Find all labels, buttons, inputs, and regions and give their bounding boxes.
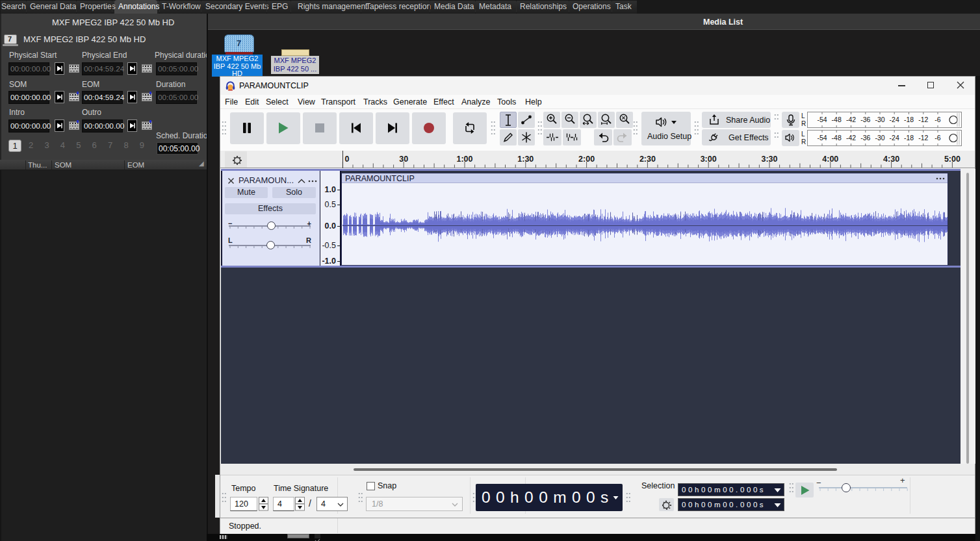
svg-text:3:00: 3:00 xyxy=(701,155,717,164)
svg-text:4:30: 4:30 xyxy=(883,155,899,164)
svg-text:5:00: 5:00 xyxy=(944,155,961,164)
svg-text:-6: -6 xyxy=(935,134,940,142)
svg-text:-54: -54 xyxy=(817,134,827,142)
svg-text:-12: -12 xyxy=(918,134,928,142)
svg-text:-12: -12 xyxy=(918,116,928,123)
svg-text:3:30: 3:30 xyxy=(761,155,777,164)
svg-text:-24: -24 xyxy=(890,134,899,142)
svg-text:30: 30 xyxy=(399,155,408,164)
svg-text:-6: -6 xyxy=(935,116,940,123)
svg-text:-18: -18 xyxy=(904,116,914,123)
svg-text:-24: -24 xyxy=(890,116,899,123)
svg-text:-36: -36 xyxy=(860,116,870,123)
svg-text:-42: -42 xyxy=(846,134,856,142)
svg-text:-18: -18 xyxy=(904,134,914,142)
svg-text:1:30: 1:30 xyxy=(517,155,534,164)
svg-text:-36: -36 xyxy=(860,134,870,142)
svg-text:4:00: 4:00 xyxy=(822,155,838,164)
svg-text:2:30: 2:30 xyxy=(639,155,656,164)
svg-text:-30: -30 xyxy=(875,134,884,142)
svg-text:2:00: 2:00 xyxy=(578,155,595,164)
svg-text:-42: -42 xyxy=(846,116,856,123)
svg-text:-48: -48 xyxy=(832,116,842,123)
svg-text:0: 0 xyxy=(344,155,349,164)
svg-text:-48: -48 xyxy=(832,134,842,142)
svg-text:-54: -54 xyxy=(817,116,827,123)
svg-text:-30: -30 xyxy=(875,116,884,123)
svg-text:1:00: 1:00 xyxy=(456,155,472,164)
